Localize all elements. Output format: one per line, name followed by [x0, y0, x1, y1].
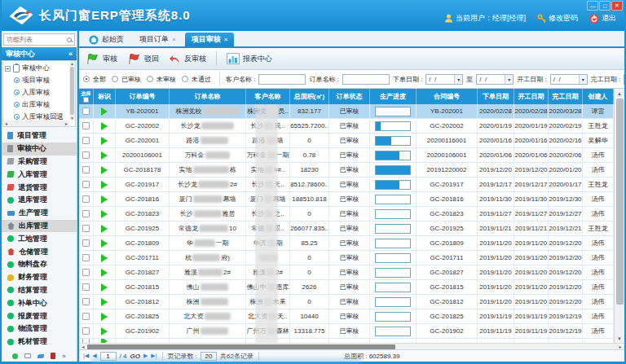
col-progress[interactable]: 生产进度 — [370, 89, 417, 104]
row-checkbox[interactable] — [82, 239, 90, 247]
table-row[interactable]: GC-202002 长沙龙 长沙民.. 65525.7200.. 已审核 GC-… — [79, 119, 614, 134]
scroll-right-icon[interactable]: ► — [616, 344, 624, 349]
more-icon[interactable]: » — [62, 353, 65, 360]
row-checkbox[interactable] — [82, 327, 90, 335]
row-checkbox[interactable] — [82, 122, 90, 129]
sidebar-menu-item[interactable]: 退库管理 — [2, 194, 77, 207]
report-center-button[interactable]: 报表中心 — [227, 53, 272, 64]
tree-expand-icon[interactable] — [5, 66, 11, 72]
table-row[interactable]: GC-201816 厦门幕墙 厦门幕墙 188510.818 已审核 GC-20… — [79, 192, 614, 207]
row-checkbox[interactable] — [82, 107, 90, 115]
row-checkbox[interactable] — [82, 195, 90, 203]
leaf-icon[interactable] — [37, 354, 44, 358]
sidebar-menu-item[interactable]: 仓储管理 — [2, 245, 77, 258]
customer-name-input[interactable] — [258, 74, 306, 85]
table-row[interactable]: GC-201917 长沙龙2# 长沙天.. 8512.78600.. 已审核 G… — [79, 178, 614, 192]
start-date-picker[interactable]: / /▾ — [550, 74, 588, 85]
col-area[interactable]: 总面积(㎡) — [290, 89, 329, 104]
row-checkbox[interactable] — [82, 210, 90, 217]
function-search[interactable] — [3, 33, 75, 46]
table-row[interactable]: GC-201827 雅溪2# 雅溪2# 0 已审核 GC-201827 2019… — [79, 265, 614, 280]
sidebar-menu-item[interactable]: 审核中心 — [2, 143, 77, 156]
scroll-down-icon[interactable]: ▼ — [70, 116, 74, 121]
sidebar-menu-item[interactable]: 补单中心 — [2, 296, 77, 309]
book-icon[interactable] — [51, 353, 55, 359]
sidebar-menu-item[interactable]: 报废管理 — [2, 309, 77, 322]
tree-item[interactable]: 入库审核 — [3, 86, 75, 99]
col-select[interactable]: 选择 — [79, 89, 94, 104]
radio-audited[interactable] — [112, 76, 118, 82]
vscroll-thumb[interactable] — [616, 99, 624, 305]
hscroll-thumb[interactable] — [87, 344, 395, 349]
order-date-to-picker[interactable]: / /▾ — [476, 74, 514, 85]
row-checkbox[interactable] — [82, 254, 90, 261]
scroll-up-icon[interactable]: ▲ — [70, 61, 74, 66]
collapse-icon[interactable]: « — [68, 50, 73, 58]
row-checkbox[interactable] — [82, 225, 90, 232]
minimize-button[interactable]: — — [587, 1, 598, 11]
col-flag[interactable]: 标识 — [94, 89, 116, 104]
sidebar-panel-header[interactable]: 审核中心 « — [2, 47, 77, 60]
table-hscrollbar[interactable]: ◄ ► — [79, 343, 624, 349]
row-checkbox[interactable] — [82, 269, 90, 276]
sidebar-menu-item[interactable]: 财务管理 — [2, 271, 77, 284]
scroll-left-icon[interactable]: ◄ — [79, 344, 87, 349]
col-order-no[interactable]: 订单编号 — [116, 89, 170, 104]
sidebar-menu-item[interactable]: 物料盘存 — [2, 258, 77, 271]
order-name-input[interactable] — [342, 74, 390, 85]
cart-icon[interactable] — [24, 353, 31, 358]
col-contract-no[interactable]: 合同编号 — [417, 89, 478, 104]
sidebar-menu-item[interactable]: 耗材管理 — [2, 335, 77, 349]
tree-vscroll-thumb[interactable] — [70, 67, 74, 115]
col-order-date[interactable]: 下单日期 — [478, 89, 514, 104]
table-row[interactable]: 20200106001 万科金 万科金一期 0.78 已审核 202001060… — [79, 148, 614, 163]
dot-icon[interactable] — [12, 353, 18, 359]
tree-hscrollbar[interactable]: ◄ ► — [3, 121, 69, 126]
tab-close-icon[interactable]: × — [172, 36, 176, 43]
table-row[interactable]: GC-201825 北大资 北大资天.. 10440 已审核 GC-201825… — [79, 309, 614, 324]
col-status[interactable]: 订单状态 — [329, 89, 370, 104]
table-row[interactable]: GC-201812 株洲 株洲未来 0 已审核 GC-201812 2019/1… — [79, 295, 614, 309]
scroll-left-icon[interactable]: ◄ — [4, 121, 8, 126]
row-checkbox[interactable] — [82, 181, 90, 188]
sidebar-menu-item[interactable]: 物流管理 — [2, 322, 77, 335]
function-search-input[interactable] — [7, 36, 65, 43]
scroll-up-icon[interactable]: ▲ — [617, 89, 622, 98]
row-checkbox[interactable] — [82, 313, 90, 320]
tab-close-icon[interactable]: × — [224, 36, 228, 43]
sidebar-menu-item[interactable]: 生产管理 — [2, 207, 77, 220]
radio-all[interactable] — [83, 76, 90, 82]
radio-unaudited[interactable] — [147, 76, 153, 82]
tab-home[interactable]: 起始页 — [82, 33, 130, 46]
table-row[interactable]: GC-201902 广州 广州万森林 13318.775 已审核 GC-2019… — [79, 324, 614, 339]
row-checkbox[interactable] — [82, 137, 90, 144]
row-checkbox[interactable] — [82, 151, 90, 159]
tab-project-orders[interactable]: 项目订单 × — [133, 33, 183, 46]
row-checkbox[interactable] — [82, 298, 90, 305]
col-creator[interactable]: 创建人 — [583, 89, 614, 104]
tab-project-audit[interactable]: 项目审核 × — [185, 33, 235, 46]
sidebar-menu-item[interactable]: 出库管理 — [2, 220, 77, 233]
audit-button[interactable]: 审核 — [86, 52, 117, 65]
sidebar-menu-item[interactable]: 项目管理 — [2, 129, 77, 143]
col-finish-date[interactable]: 完工日期 — [549, 89, 583, 104]
sidebar-menu-item[interactable]: 退货管理 — [2, 181, 77, 194]
unaudit-button[interactable]: 反审核 — [169, 54, 206, 64]
order-date-picker[interactable]: / /▾ — [425, 74, 463, 85]
table-vscrollbar[interactable]: ▲ ▼ — [614, 89, 624, 343]
table-row[interactable]: GC-201925 常德龙10 常德景.. 266077.835.. 已审核 G… — [79, 221, 614, 236]
finish-date-picker[interactable]: / /▾ — [624, 74, 624, 85]
dropdown-icon[interactable]: ▾ — [579, 75, 587, 84]
logout-button[interactable]: 退出 — [589, 13, 616, 24]
scroll-down-icon[interactable]: ▼ — [617, 334, 622, 343]
sidebar-menu-item[interactable]: 采购管理 — [2, 156, 77, 169]
tree-item[interactable]: 项目审核 — [3, 74, 75, 86]
change-password-button[interactable]: 修改密码 — [537, 13, 578, 24]
tree-vscrollbar[interactable]: ▲ ▼ — [69, 61, 75, 121]
sidebar-menu-item[interactable]: 工地管理 — [2, 232, 77, 245]
sidebar-menu-item[interactable]: 结算管理 — [2, 284, 77, 297]
table-row[interactable]: GC-201823 长沙雅居 长沙之.. 0 已审核 GC-201823 201… — [79, 207, 614, 221]
table-row[interactable]: YB-202001 株洲党校 株洲党员.. 832.177 已审核 YB-202… — [79, 104, 614, 119]
col-start-date[interactable]: 开工日期 — [514, 89, 549, 104]
first-page-button[interactable]: |◀ — [83, 353, 89, 359]
